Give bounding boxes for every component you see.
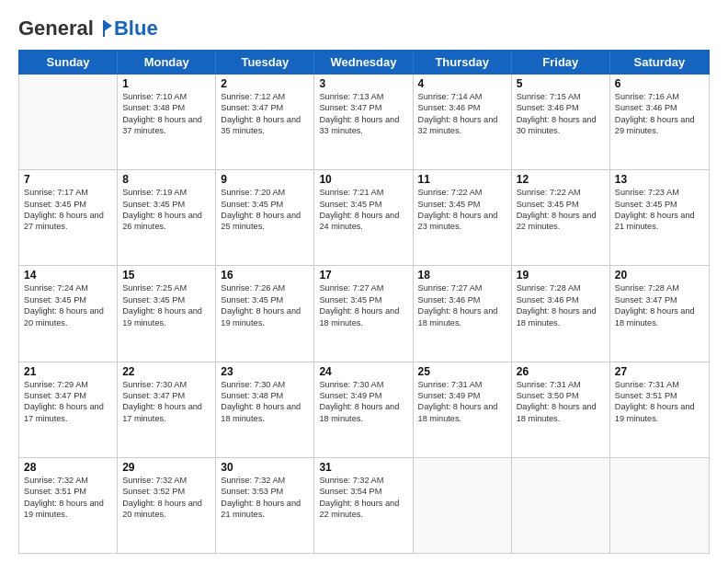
sunset-time: Sunset: 3:46 PM — [418, 102, 506, 113]
sunrise-time: Sunrise: 7:32 AM — [24, 475, 112, 486]
sunset-time: Sunset: 3:47 PM — [122, 390, 210, 401]
daylight-hours: Daylight: 8 hours and 18 minutes. — [221, 401, 309, 424]
calendar-cell: 23Sunrise: 7:30 AMSunset: 3:48 PMDayligh… — [216, 362, 314, 457]
day-number: 23 — [221, 365, 309, 378]
calendar-cell: 6Sunrise: 7:16 AMSunset: 3:46 PMDaylight… — [610, 75, 709, 169]
weekday-header-tuesday: Tuesday — [216, 51, 314, 74]
weekday-header-sunday: Sunday — [19, 51, 118, 74]
calendar-cell: 22Sunrise: 7:30 AMSunset: 3:47 PMDayligh… — [118, 362, 216, 457]
day-number: 13 — [615, 173, 704, 186]
daylight-hours: Daylight: 8 hours and 27 minutes. — [24, 210, 112, 233]
sunset-time: Sunset: 3:45 PM — [122, 294, 210, 305]
weekday-header-thursday: Thursday — [414, 51, 512, 74]
day-number: 28 — [24, 461, 112, 474]
day-number: 18 — [418, 269, 506, 282]
calendar-cell: 29Sunrise: 7:32 AMSunset: 3:52 PMDayligh… — [118, 458, 216, 553]
sunrise-time: Sunrise: 7:13 AM — [319, 91, 407, 102]
sunset-time: Sunset: 3:45 PM — [319, 199, 407, 210]
sunset-time: Sunset: 3:45 PM — [418, 199, 506, 210]
sunset-time: Sunset: 3:51 PM — [24, 486, 112, 497]
calendar-cell: 16Sunrise: 7:26 AMSunset: 3:45 PMDayligh… — [216, 266, 314, 361]
calendar-header: SundayMondayTuesdayWednesdayThursdayFrid… — [18, 50, 710, 75]
sunrise-time: Sunrise: 7:31 AM — [615, 379, 704, 390]
sunset-time: Sunset: 3:47 PM — [319, 102, 407, 113]
sunset-time: Sunset: 3:47 PM — [615, 294, 704, 305]
day-number: 10 — [319, 173, 407, 186]
sunset-time: Sunset: 3:46 PM — [517, 102, 605, 113]
calendar-cell: 27Sunrise: 7:31 AMSunset: 3:51 PMDayligh… — [610, 362, 709, 457]
weekday-header-saturday: Saturday — [610, 51, 709, 74]
sunrise-time: Sunrise: 7:32 AM — [122, 475, 210, 486]
calendar-row-5: 28Sunrise: 7:32 AMSunset: 3:51 PMDayligh… — [19, 458, 709, 553]
daylight-hours: Daylight: 8 hours and 17 minutes. — [24, 401, 112, 424]
daylight-hours: Daylight: 8 hours and 19 minutes. — [24, 498, 112, 521]
calendar-cell: 31Sunrise: 7:32 AMSunset: 3:54 PMDayligh… — [314, 458, 413, 553]
daylight-hours: Daylight: 8 hours and 18 minutes. — [319, 305, 407, 328]
day-number: 17 — [319, 269, 407, 282]
sunset-time: Sunset: 3:45 PM — [319, 294, 407, 305]
sunrise-time: Sunrise: 7:30 AM — [319, 379, 407, 390]
calendar-row-2: 7Sunrise: 7:17 AMSunset: 3:45 PMDaylight… — [19, 170, 709, 266]
calendar-cell — [414, 458, 512, 553]
sunrise-time: Sunrise: 7:15 AM — [517, 91, 605, 102]
daylight-hours: Daylight: 8 hours and 33 minutes. — [319, 114, 407, 137]
sunset-time: Sunset: 3:45 PM — [122, 199, 210, 210]
weekday-header-friday: Friday — [512, 51, 610, 74]
calendar-cell: 21Sunrise: 7:29 AMSunset: 3:47 PMDayligh… — [19, 362, 118, 457]
calendar-cell: 30Sunrise: 7:32 AMSunset: 3:53 PMDayligh… — [216, 458, 314, 553]
calendar: SundayMondayTuesdayWednesdayThursdayFrid… — [18, 50, 710, 554]
calendar-cell: 14Sunrise: 7:24 AMSunset: 3:45 PMDayligh… — [19, 266, 118, 361]
day-number: 7 — [24, 173, 112, 186]
sunset-time: Sunset: 3:46 PM — [418, 294, 506, 305]
logo-general: General — [18, 17, 94, 40]
daylight-hours: Daylight: 8 hours and 21 minutes. — [615, 210, 704, 233]
sunset-time: Sunset: 3:45 PM — [24, 199, 112, 210]
sunrise-time: Sunrise: 7:25 AM — [122, 282, 210, 293]
calendar-cell: 13Sunrise: 7:23 AMSunset: 3:45 PMDayligh… — [610, 170, 709, 265]
sunset-time: Sunset: 3:48 PM — [122, 102, 210, 113]
sunrise-time: Sunrise: 7:31 AM — [418, 379, 506, 390]
sunrise-time: Sunrise: 7:19 AM — [122, 187, 210, 198]
sunrise-time: Sunrise: 7:20 AM — [221, 187, 309, 198]
daylight-hours: Daylight: 8 hours and 19 minutes. — [221, 305, 309, 328]
calendar-cell: 5Sunrise: 7:15 AMSunset: 3:46 PMDaylight… — [512, 75, 610, 169]
daylight-hours: Daylight: 8 hours and 20 minutes. — [24, 305, 112, 328]
daylight-hours: Daylight: 8 hours and 20 minutes. — [122, 498, 210, 521]
daylight-hours: Daylight: 8 hours and 18 minutes. — [418, 401, 506, 424]
logo-icon — [94, 18, 114, 39]
sunrise-time: Sunrise: 7:28 AM — [615, 282, 704, 293]
sunrise-time: Sunrise: 7:14 AM — [418, 91, 506, 102]
calendar-cell: 2Sunrise: 7:12 AMSunset: 3:47 PMDaylight… — [216, 75, 314, 169]
day-number: 16 — [221, 269, 309, 282]
calendar-row-3: 14Sunrise: 7:24 AMSunset: 3:45 PMDayligh… — [19, 266, 709, 362]
day-number: 27 — [615, 365, 704, 378]
sunrise-time: Sunrise: 7:22 AM — [418, 187, 506, 198]
calendar-cell: 8Sunrise: 7:19 AMSunset: 3:45 PMDaylight… — [118, 170, 216, 265]
calendar-cell — [19, 75, 118, 169]
daylight-hours: Daylight: 8 hours and 23 minutes. — [418, 210, 506, 233]
day-number: 12 — [517, 173, 605, 186]
daylight-hours: Daylight: 8 hours and 32 minutes. — [418, 114, 506, 137]
daylight-hours: Daylight: 8 hours and 18 minutes. — [517, 401, 605, 424]
day-number: 30 — [221, 461, 309, 474]
day-number: 31 — [319, 461, 407, 474]
daylight-hours: Daylight: 8 hours and 37 minutes. — [122, 114, 210, 137]
daylight-hours: Daylight: 8 hours and 21 minutes. — [221, 498, 309, 521]
calendar-cell: 19Sunrise: 7:28 AMSunset: 3:46 PMDayligh… — [512, 266, 610, 361]
sunset-time: Sunset: 3:46 PM — [615, 102, 704, 113]
calendar-cell: 7Sunrise: 7:17 AMSunset: 3:45 PMDaylight… — [19, 170, 118, 265]
calendar-cell: 12Sunrise: 7:22 AMSunset: 3:45 PMDayligh… — [512, 170, 610, 265]
daylight-hours: Daylight: 8 hours and 22 minutes. — [319, 498, 407, 521]
calendar-body: 1Sunrise: 7:10 AMSunset: 3:48 PMDaylight… — [18, 75, 710, 554]
day-number: 20 — [615, 269, 704, 282]
day-number: 8 — [122, 173, 210, 186]
day-number: 2 — [221, 77, 309, 90]
sunset-time: Sunset: 3:50 PM — [517, 390, 605, 401]
sunrise-time: Sunrise: 7:31 AM — [517, 379, 605, 390]
sunrise-time: Sunrise: 7:26 AM — [221, 282, 309, 293]
calendar-cell — [512, 458, 610, 553]
daylight-hours: Daylight: 8 hours and 24 minutes. — [319, 210, 407, 233]
logo-blue: Blue — [114, 17, 158, 40]
sunrise-time: Sunrise: 7:29 AM — [24, 379, 112, 390]
day-number: 6 — [615, 77, 704, 90]
